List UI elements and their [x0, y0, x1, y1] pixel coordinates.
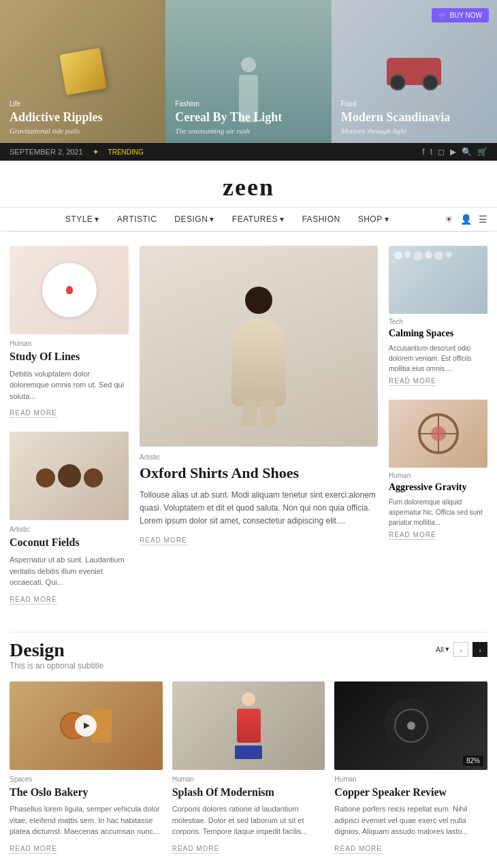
left-card2-read-more[interactable]: READ MORE: [10, 596, 57, 605]
nav-style[interactable]: STYLE ▾: [57, 208, 108, 231]
design-card2-excerpt: Corporis dolores ratione id laudantium m…: [172, 803, 325, 837]
design-section-subtitle: This is an optional subtitle: [10, 661, 103, 671]
design-card1-category: Spaces: [10, 775, 163, 783]
nav-shop[interactable]: SHOP ▾: [349, 208, 398, 231]
right-card2-title[interactable]: Aggressive Gravity: [389, 481, 487, 494]
user-icon[interactable]: 👤: [460, 214, 472, 225]
design-section: Design This is an optional subtitle All …: [0, 632, 497, 867]
design-card3-category: Human: [334, 775, 487, 783]
chevron-down-icon: ▾: [445, 645, 449, 654]
slide1-category: Life: [10, 100, 156, 108]
theme-toggle-icon[interactable]: ☀: [445, 214, 453, 225]
design-card2-title[interactable]: Splash Of Modernism: [172, 786, 325, 800]
right-card1-title[interactable]: Calming Spaces: [389, 327, 487, 340]
cart-icon[interactable]: 🛒: [477, 147, 487, 157]
right-column: Tech Calming Spaces Accusantium descrunt…: [389, 246, 487, 618]
design-card1-read-more[interactable]: READ MORE: [10, 845, 57, 854]
design-card3-read-more[interactable]: READ MORE: [334, 845, 382, 854]
right-card1-excerpt: Accusantium descrunt odio dolorem veniam…: [389, 343, 487, 374]
logo-bar: zeen: [0, 161, 497, 207]
cart-icon: 🛒: [438, 12, 447, 19]
buy-now-button[interactable]: 🛒 BUY NOW: [432, 8, 489, 22]
social-links: f t ◻ ▶ 🔍 🛒: [422, 147, 487, 157]
site-logo[interactable]: zeen: [0, 173, 497, 202]
slide1-title: Addictive Ripples: [10, 110, 156, 125]
left-column: Human Study Of Lines Debitis voluptatem …: [10, 246, 129, 618]
play-button-1[interactable]: ▶: [75, 715, 97, 737]
design-all-button[interactable]: All ▾: [436, 645, 449, 654]
right-card1-read-more[interactable]: READ MORE: [389, 377, 436, 386]
chevron-down-icon: ▾: [95, 214, 99, 224]
facebook-icon[interactable]: f: [422, 147, 424, 157]
left-card1-excerpt: Debitis voluptatem dolor doloremque omni…: [10, 368, 129, 402]
design-card-2: Human Splash Of Modernism Corporis dolor…: [172, 681, 325, 854]
speaker-badge: 82%: [463, 756, 483, 766]
design-card2-category: Human: [172, 775, 325, 783]
right-card-2: Human Aggressive Gravity Fum doloremque …: [389, 400, 487, 540]
slide3-category: Food: [341, 100, 487, 108]
slide2-title: Cereal By The Light: [175, 110, 321, 125]
center-card-read-more[interactable]: READ MORE: [140, 536, 187, 545]
chevron-down-icon: ▾: [385, 214, 389, 224]
center-card-excerpt: Tollouse alias ut ab sunt. Modi aliquam …: [140, 489, 378, 528]
slide3-title: Modern Scandinavia: [341, 110, 487, 125]
design-card1-excerpt: Phasellus lorem ligula, semper vehicula …: [10, 803, 163, 837]
design-grid: ▶ Spaces The Oslo Bakery Phasellus lorem…: [10, 681, 487, 854]
main-content: Human Study Of Lines Debitis voluptatem …: [0, 232, 497, 632]
nav-links: STYLE ▾ ARTISTIC DESIGN ▾ FEATURES ▾ FAS…: [10, 208, 445, 231]
ticker-trending: TRENDING: [108, 148, 144, 156]
right-card2-category: Human: [389, 472, 487, 479]
center-column: Artistic Oxford Shirts And Shoes Tollous…: [140, 246, 378, 618]
left-card2-title[interactable]: Coconut Fields: [10, 536, 129, 550]
search-icon[interactable]: 🔍: [462, 147, 472, 157]
hero-slider: Life Addictive Ripples Gravitational tid…: [0, 0, 497, 143]
design-card1-title[interactable]: The Oslo Bakery: [10, 786, 163, 800]
hero-slide-1[interactable]: Life Addictive Ripples Gravitational tid…: [0, 0, 165, 143]
chevron-down-icon: ▾: [280, 214, 285, 224]
twitter-icon[interactable]: t: [430, 147, 432, 157]
right-card2-read-more[interactable]: READ MORE: [389, 531, 436, 540]
center-card: Artistic Oxford Shirts And Shoes Tollous…: [140, 246, 378, 545]
nav-fashion[interactable]: FASHION: [293, 208, 349, 231]
nav-artistic[interactable]: ARTISTIC: [108, 208, 165, 231]
chevron-down-icon: ▾: [210, 214, 214, 224]
slide2-subtitle: The unassuming air rush: [175, 127, 321, 135]
design-card-3: 82% Human Copper Speaker Review Ratione …: [334, 681, 487, 854]
right-card2-excerpt: Fum doloremque aliquid aspernatur hic. O…: [389, 497, 487, 528]
ticker-date: SEPTEMBER 2, 2021: [10, 148, 83, 156]
ticker-bar: SEPTEMBER 2, 2021 ✦ TRENDING f t ◻ ▶ 🔍 🛒: [0, 143, 497, 161]
design-prev-button[interactable]: ‹: [453, 642, 468, 657]
instagram-icon[interactable]: ◻: [438, 147, 445, 157]
design-next-button[interactable]: ›: [472, 642, 487, 657]
hero-slide-3[interactable]: 🛒 BUY NOW Food Modern Scandinavia Motion…: [332, 0, 497, 143]
left-card1-title[interactable]: Study Of Lines: [10, 350, 129, 364]
left-card-2: Artistic Coconut Fields Aspernatur ut ab…: [10, 432, 129, 604]
hero-slide-2[interactable]: Fashion Cereal By The Light The unassumi…: [165, 0, 331, 143]
slide2-category: Fashion: [175, 100, 321, 108]
nav-design[interactable]: DESIGN ▾: [165, 208, 223, 231]
center-card-category: Artistic: [140, 453, 378, 461]
nav-features[interactable]: FEATURES ▾: [223, 208, 293, 231]
play-icon: ▶: [84, 720, 90, 730]
slide3-subtitle: Motions through light: [341, 127, 487, 135]
youtube-icon[interactable]: ▶: [450, 147, 456, 157]
navigation: STYLE ▾ ARTISTIC DESIGN ▾ FEATURES ▾ FAS…: [0, 207, 497, 231]
right-card-1: Tech Calming Spaces Accusantium descrunt…: [389, 246, 487, 386]
left-card1-category: Human: [10, 340, 129, 347]
menu-icon[interactable]: ☰: [479, 214, 487, 225]
slide1-subtitle: Gravitational tide pulls: [10, 127, 156, 135]
left-card2-excerpt: Aspernatur ut ab sunt. Laudantium verita…: [10, 554, 129, 588]
center-card-title[interactable]: Oxford Shirts And Shoes: [140, 464, 378, 483]
design-section-title: Design: [10, 639, 103, 661]
left-card2-category: Artistic: [10, 526, 129, 533]
design-card2-read-more[interactable]: READ MORE: [172, 845, 220, 854]
right-card1-category: Tech: [389, 318, 487, 325]
left-card1-read-more[interactable]: READ MORE: [10, 409, 57, 418]
design-card-1: ▶ Spaces The Oslo Bakery Phasellus lorem…: [10, 681, 163, 854]
design-card3-excerpt: Ratione porfers reicis repellat eum. Nih…: [334, 803, 487, 837]
design-card3-title[interactable]: Copper Speaker Review: [334, 786, 487, 800]
left-card-1: Human Study Of Lines Debitis voluptatem …: [10, 246, 129, 418]
